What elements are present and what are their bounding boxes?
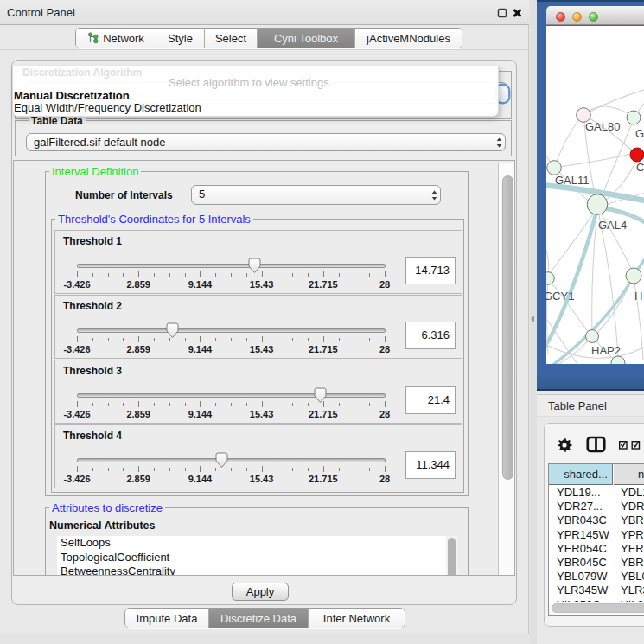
svg-text:GCY1: GCY1 (546, 290, 574, 303)
svg-text:GA: GA (635, 127, 644, 140)
svg-text:GAL80: GAL80 (585, 120, 620, 133)
svg-text:HAP2: HAP2 (591, 344, 621, 357)
svg-text:GAL4: GAL4 (598, 219, 627, 232)
svg-text:C: C (636, 161, 644, 174)
svg-text:GAL11: GAL11 (555, 174, 590, 187)
svg-text:H: H (634, 290, 642, 303)
